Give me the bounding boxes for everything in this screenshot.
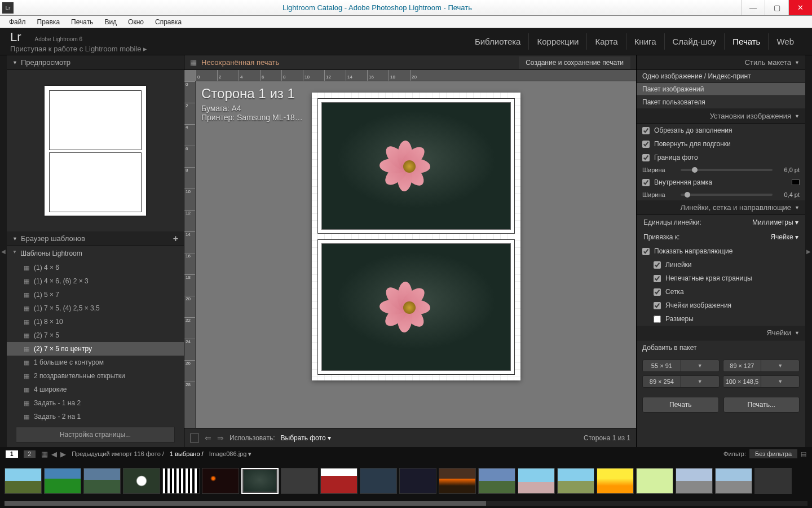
thumbnail[interactable] <box>123 468 160 494</box>
snap-dropdown[interactable]: Привязка к:Ячейке ▾ <box>637 230 805 244</box>
guide-dims-checkbox[interactable]: Размеры <box>637 312 805 326</box>
template-item[interactable]: (1) 4 × 6 <box>7 261 184 274</box>
select-checkbox[interactable] <box>190 433 199 443</box>
grid-icon[interactable]: ▦ <box>41 450 48 458</box>
template-browser-header[interactable]: ▼Браузер шаблонов+ <box>7 231 184 246</box>
chevron-down-icon[interactable]: ▼ <box>681 376 719 387</box>
thumbnail[interactable] <box>676 468 713 494</box>
create-save-print-button[interactable]: Создание и сохранение печати <box>519 56 630 69</box>
thumbnail[interactable] <box>715 468 752 494</box>
color-swatch[interactable] <box>792 179 800 185</box>
brand-mobile-link[interactable]: Приступая к работе с Lightroom mobile ▸ <box>10 45 147 53</box>
cells-header[interactable]: Ячейки▼ <box>637 326 805 340</box>
forward-icon[interactable]: ▶ <box>60 450 66 458</box>
chevron-down-icon[interactable]: ▼ <box>761 376 799 387</box>
layout-opt-single[interactable]: Одно изображение / Индекс-принт <box>637 70 805 83</box>
plus-icon[interactable]: ▦ <box>190 58 197 67</box>
template-item[interactable]: 4 широкие <box>7 383 184 396</box>
print-dialog-button[interactable]: Печать... <box>723 397 800 413</box>
filter-lock-icon[interactable]: ▤ <box>801 450 806 458</box>
menu-view[interactable]: Вид <box>99 17 122 27</box>
guide-rulers-checkbox[interactable]: Линейки <box>637 258 805 271</box>
thumbnail[interactable] <box>518 468 555 494</box>
thumbnail[interactable] <box>439 468 476 494</box>
layout-opt-package[interactable]: Пакет изображений <box>637 83 805 96</box>
tab-web[interactable]: Web <box>769 33 802 50</box>
menu-help[interactable]: Справка <box>149 17 187 27</box>
menu-window[interactable]: Окно <box>122 17 149 27</box>
template-item[interactable]: (2) 7 × 5 по центру <box>7 342 184 356</box>
template-folder[interactable]: Шаблоны Lightroom <box>7 246 184 261</box>
rotate-fit-checkbox[interactable]: Повернуть для подгонки <box>637 137 805 151</box>
ruler-units-dropdown[interactable]: Единицы линейки:Миллиметры ▾ <box>637 215 805 230</box>
preview-panel-header[interactable]: ▼Предпросмотр <box>7 55 184 70</box>
template-item[interactable]: (1) 4 × 6, (6) 2 × 3 <box>7 274 184 288</box>
tab-map[interactable]: Карта <box>587 33 626 50</box>
menu-file[interactable]: Файл <box>3 17 32 27</box>
cell-size-button[interactable]: 89 × 254▼ <box>642 375 720 388</box>
thumbnail[interactable] <box>162 468 200 494</box>
chevron-down-icon[interactable]: ▼ <box>761 360 799 371</box>
layout-style-header[interactable]: Стиль макета▼ <box>637 55 805 70</box>
cell-size-button[interactable]: 55 × 91▼ <box>642 360 720 372</box>
guide-cells-checkbox[interactable]: Ячейки изображения <box>637 299 805 312</box>
filmstrip-filename[interactable]: Image086.jpg ▾ <box>209 450 252 458</box>
use-dropdown[interactable]: Выбрать фото ▾ <box>281 434 331 442</box>
thumbnail[interactable] <box>202 468 239 494</box>
template-item[interactable]: (2) 7 × 5 <box>7 329 184 342</box>
template-item[interactable]: (1) 7 × 5, (4) 2,5 × 3,5 <box>7 301 184 315</box>
photo-border-checkbox[interactable]: Граница фото <box>637 151 805 164</box>
inner-frame-checkbox[interactable]: Внутренняя рамка <box>637 176 805 189</box>
photo-cell[interactable] <box>317 239 515 375</box>
image-settings-header[interactable]: Установки изображения▼ <box>637 109 805 124</box>
menu-edit[interactable]: Правка <box>32 17 66 27</box>
template-item[interactable]: 1 большие с контуром <box>7 356 184 369</box>
maximize-button[interactable]: ▢ <box>765 0 788 15</box>
tab-slideshow[interactable]: Слайд-шоу <box>665 33 725 50</box>
back-icon[interactable]: ◀ <box>51 450 57 458</box>
thumbnail[interactable] <box>754 468 792 494</box>
menu-print[interactable]: Печать <box>65 17 99 27</box>
thumbnail-selected[interactable] <box>241 468 279 494</box>
layout-opt-custom[interactable]: Пакет пользователя <box>637 96 805 109</box>
photo-cell[interactable] <box>317 98 515 234</box>
chevron-down-icon[interactable]: ▼ <box>681 360 719 371</box>
thumbnail[interactable] <box>320 468 358 494</box>
cell-size-button[interactable]: 100 × 148,5▼ <box>723 375 800 388</box>
thumbnail[interactable] <box>44 468 81 494</box>
template-item[interactable]: 2 поздравительные открытки <box>7 369 184 383</box>
tab-develop[interactable]: Коррекции <box>529 33 587 50</box>
print-button[interactable]: Печать <box>642 397 719 413</box>
guide-margins-checkbox[interactable]: Непечатные края страницы <box>637 271 805 285</box>
view-mode-2[interactable]: 2 <box>24 450 36 458</box>
filter-dropdown[interactable]: Без фильтра <box>749 449 797 458</box>
filmstrip-path[interactable]: Предыдущий импорт 116 фото / <box>72 450 164 457</box>
border-width-slider[interactable]: Ширина6,0 pt <box>637 164 805 176</box>
cell-size-button[interactable]: 89 × 127▼ <box>723 360 800 372</box>
thumbnail[interactable] <box>360 468 397 494</box>
guides-header[interactable]: Линейки, сетка и направляющие▼ <box>637 200 805 215</box>
template-item[interactable]: (1) 8 × 10 <box>7 315 184 329</box>
thumbnail[interactable] <box>557 468 594 494</box>
right-edge-toggle[interactable]: ▶ <box>805 55 812 447</box>
thumbnail[interactable] <box>636 468 673 494</box>
filmstrip-scrollbar[interactable] <box>5 501 807 506</box>
template-item[interactable]: (1) 5 × 7 <box>7 288 184 301</box>
left-edge-toggle[interactable]: ◀ <box>0 55 7 447</box>
thumbnail[interactable] <box>5 468 42 494</box>
template-item[interactable]: Задать - 2 на 1 <box>7 410 184 422</box>
guide-grid-checkbox[interactable]: Сетка <box>637 285 805 299</box>
crop-fill-checkbox[interactable]: Обрезать до заполнения <box>637 124 805 137</box>
next-page-button[interactable]: ⇒ <box>217 433 224 443</box>
thumbnail[interactable] <box>478 468 515 494</box>
inner-width-slider[interactable]: Ширина0,4 pt <box>637 189 805 200</box>
minimize-button[interactable]: — <box>741 0 765 15</box>
view-mode-1[interactable]: 1 <box>6 450 18 458</box>
close-button[interactable]: ✕ <box>788 0 812 15</box>
template-item[interactable]: Задать - 1 на 2 <box>7 396 184 410</box>
add-template-button[interactable]: + <box>173 234 178 244</box>
show-guides-checkbox[interactable]: Показать направляющие <box>637 244 805 258</box>
thumbnail[interactable] <box>597 468 634 494</box>
tab-print[interactable]: Печать <box>725 33 769 50</box>
tab-book[interactable]: Книга <box>626 33 665 50</box>
